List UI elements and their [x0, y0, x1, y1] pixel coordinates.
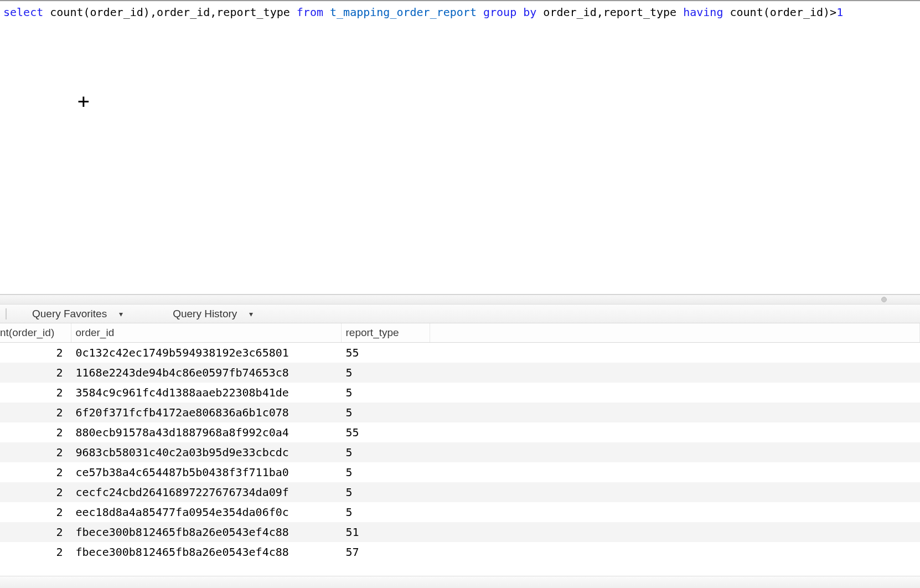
cell-count[interactable]: 2 [0, 522, 71, 542]
divider-grip-icon [881, 297, 887, 302]
cell-count[interactable]: 2 [0, 363, 71, 383]
query-toolbar: Query Favorites ▾ Query History ▾ [0, 305, 920, 323]
column-header-count[interactable]: nt(order_id) [0, 323, 71, 343]
query-favorites-label: Query Favorites [32, 308, 107, 320]
table-row[interactable]: 23584c9c961fc4d1388aaeb22308b41de5 [0, 383, 920, 403]
cell-report-type[interactable]: 5 [341, 462, 430, 482]
cell-empty [430, 363, 920, 383]
cell-count[interactable]: 2 [0, 383, 71, 403]
table-row[interactable]: 2eec18d8a4a85477fa0954e354da06f0c5 [0, 502, 920, 522]
cell-order-id[interactable]: eec18d8a4a85477fa0954e354da06f0c [71, 502, 341, 522]
cell-empty [430, 482, 920, 502]
table-header-row: nt(order_id) order_id report_type [0, 323, 920, 343]
table-row[interactable]: 2cecfc24cbd26416897227676734da09f5 [0, 482, 920, 502]
cell-order-id[interactable]: 3584c9c961fc4d1388aaeb22308b41de [71, 383, 341, 403]
table-row[interactable]: 26f20f371fcfb4172ae806836a6b1c0785 [0, 403, 920, 422]
cell-empty [430, 383, 920, 403]
cell-report-type[interactable]: 5 [341, 403, 430, 422]
cell-order-id[interactable]: fbece300b812465fb8a26e0543ef4c88 [71, 542, 341, 562]
plus-cursor-icon: + [77, 90, 90, 112]
cell-count[interactable]: 2 [0, 442, 71, 462]
chevron-down-icon: ▾ [119, 310, 123, 318]
cell-report-type[interactable]: 5 [341, 502, 430, 522]
results-table[interactable]: nt(order_id) order_id report_type 20c132… [0, 323, 920, 562]
cell-report-type[interactable]: 5 [341, 482, 430, 502]
cell-empty [430, 343, 920, 363]
cell-order-id[interactable]: cecfc24cbd26416897227676734da09f [71, 482, 341, 502]
table-row[interactable]: 2ce57b38a4c654487b5b0438f3f711ba05 [0, 462, 920, 482]
cell-count[interactable]: 2 [0, 403, 71, 422]
cell-report-type[interactable]: 57 [341, 542, 430, 562]
sql-text-havingexpr: count(order_id)> [723, 6, 836, 19]
cell-empty [430, 462, 920, 482]
cell-order-id[interactable]: 9683cb58031c40c2a03b95d9e33cbcdc [71, 442, 341, 462]
query-history-label: Query History [173, 308, 237, 320]
pane-divider[interactable] [0, 295, 920, 305]
cell-order-id[interactable]: 6f20f371fcfb4172ae806836a6b1c078 [71, 403, 341, 422]
table-row[interactable]: 2880ecb91578a43d1887968a8f992c0a455 [0, 422, 920, 442]
sql-kw-from: from [297, 6, 323, 19]
cell-order-id[interactable]: 0c132c42ec1749b594938192e3c65801 [71, 343, 341, 363]
cell-empty [430, 542, 920, 562]
cell-report-type[interactable]: 5 [341, 363, 430, 383]
sql-text-groupcols: order_id,report_type [536, 6, 683, 19]
cell-report-type[interactable]: 55 [341, 343, 430, 363]
cell-order-id[interactable]: 1168e2243de94b4c86e0597fb74653c8 [71, 363, 341, 383]
table-row[interactable]: 20c132c42ec1749b594938192e3c6580155 [0, 343, 920, 363]
sql-text-table: t_mapping_order_report [323, 6, 483, 19]
toolbar-separator [6, 308, 7, 319]
sql-kw-having: having [683, 6, 723, 19]
cell-order-id[interactable]: 880ecb91578a43d1887968a8f992c0a4 [71, 422, 341, 442]
table-row[interactable]: 29683cb58031c40c2a03b95d9e33cbcdc5 [0, 442, 920, 462]
cell-order-id[interactable]: fbece300b812465fb8a26e0543ef4c88 [71, 522, 341, 542]
column-header-report-type[interactable]: report_type [341, 323, 430, 343]
sql-kw-groupby: group by [483, 6, 536, 19]
cell-count[interactable]: 2 [0, 482, 71, 502]
cell-order-id[interactable]: ce57b38a4c654487b5b0438f3f711ba0 [71, 462, 341, 482]
cell-empty [430, 502, 920, 522]
sql-text-expr: count(order_id),order_id,report_type [43, 6, 297, 19]
results-pane: nt(order_id) order_id report_type 20c132… [0, 323, 920, 588]
column-header-empty [430, 323, 920, 343]
cell-report-type[interactable]: 5 [341, 383, 430, 403]
cell-empty [430, 522, 920, 542]
chevron-down-icon: ▾ [249, 310, 253, 318]
cell-report-type[interactable]: 5 [341, 442, 430, 462]
sql-editor[interactable]: select count(order_id),order_id,report_t… [0, 1, 920, 295]
cell-count[interactable]: 2 [0, 422, 71, 442]
cell-empty [430, 422, 920, 442]
table-row[interactable]: 2fbece300b812465fb8a26e0543ef4c8851 [0, 522, 920, 542]
cell-empty [430, 403, 920, 422]
cell-report-type[interactable]: 55 [341, 422, 430, 442]
query-history-button[interactable]: Query History ▾ [173, 308, 253, 320]
table-row[interactable]: 21168e2243de94b4c86e0597fb74653c85 [0, 363, 920, 383]
status-bar [0, 576, 920, 588]
cell-count[interactable]: 2 [0, 502, 71, 522]
table-row[interactable]: 2fbece300b812465fb8a26e0543ef4c8857 [0, 542, 920, 562]
cell-report-type[interactable]: 51 [341, 522, 430, 542]
sql-num: 1 [836, 6, 843, 19]
cell-count[interactable]: 2 [0, 542, 71, 562]
cell-empty [430, 442, 920, 462]
query-favorites-button[interactable]: Query Favorites ▾ [32, 308, 123, 320]
column-header-order-id[interactable]: order_id [71, 323, 341, 343]
sql-kw-select: select [3, 6, 43, 19]
cell-count[interactable]: 2 [0, 462, 71, 482]
cell-count[interactable]: 2 [0, 343, 71, 363]
